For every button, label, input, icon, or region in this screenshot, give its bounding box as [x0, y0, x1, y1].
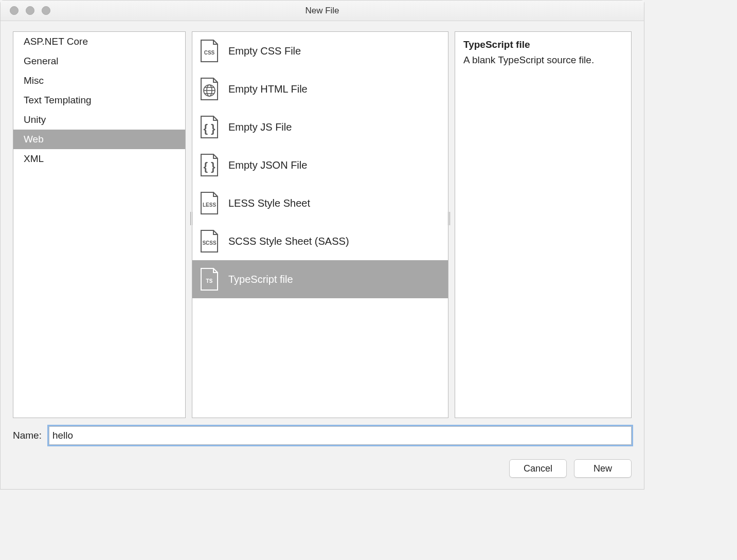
- cancel-button[interactable]: Cancel: [509, 459, 567, 478]
- template-item[interactable]: { }Empty JS File: [192, 108, 448, 146]
- svg-text:SCSS: SCSS: [202, 240, 217, 246]
- category-item[interactable]: XML: [13, 149, 185, 169]
- button-row: Cancel New: [13, 459, 632, 478]
- braces-file-icon: { }: [200, 115, 219, 139]
- css-file-icon: CSS: [200, 39, 219, 63]
- category-item[interactable]: General: [13, 51, 185, 71]
- ts-file-icon: TS: [200, 267, 219, 291]
- category-item[interactable]: Misc: [13, 71, 185, 91]
- html-file-icon: [200, 77, 219, 101]
- template-item[interactable]: CSSEmpty CSS File: [192, 32, 448, 70]
- svg-text:{ }: { }: [203, 122, 215, 135]
- template-item[interactable]: LESSLESS Style Sheet: [192, 184, 448, 222]
- category-list: ASP.NET CoreGeneralMiscText TemplatingUn…: [13, 31, 186, 418]
- template-list: CSSEmpty CSS FileEmpty HTML File{ }Empty…: [192, 31, 448, 418]
- template-item-label: Empty JSON File: [228, 159, 307, 171]
- template-item[interactable]: Empty HTML File: [192, 70, 448, 108]
- window-title: New File: [1, 6, 644, 16]
- category-item[interactable]: Web: [13, 130, 185, 149]
- name-label: Name:: [13, 430, 42, 441]
- details-description: A blank TypeScript source file.: [463, 55, 623, 66]
- new-button[interactable]: New: [574, 459, 632, 478]
- svg-text:TS: TS: [206, 278, 213, 284]
- scss-file-icon: SCSS: [200, 229, 219, 253]
- details-panel: TypeScript file A blank TypeScript sourc…: [455, 31, 632, 418]
- category-item[interactable]: Text Templating: [13, 91, 185, 110]
- template-item-label: LESS Style Sheet: [228, 197, 310, 209]
- svg-text:LESS: LESS: [203, 202, 216, 208]
- template-item-label: Empty CSS File: [228, 45, 301, 57]
- details-title: TypeScript file: [463, 39, 623, 50]
- template-item-label: Empty JS File: [228, 121, 292, 133]
- template-item-label: Empty HTML File: [228, 83, 308, 95]
- main-content: ASP.NET CoreGeneralMiscText TemplatingUn…: [1, 21, 644, 418]
- name-row: Name:: [13, 426, 632, 445]
- category-item[interactable]: ASP.NET Core: [13, 32, 185, 51]
- template-item-label: TypeScript file: [228, 274, 293, 285]
- new-file-dialog: New File ASP.NET CoreGeneralMiscText Tem…: [0, 0, 644, 490]
- name-input[interactable]: [49, 426, 632, 445]
- dialog-footer: Name: Cancel New: [1, 418, 644, 489]
- template-item[interactable]: TSTypeScript file: [192, 260, 448, 298]
- titlebar: New File: [1, 1, 644, 21]
- braces-file-icon: { }: [200, 153, 219, 177]
- less-file-icon: LESS: [200, 191, 219, 215]
- template-item[interactable]: { }Empty JSON File: [192, 146, 448, 184]
- svg-text:CSS: CSS: [204, 50, 215, 56]
- svg-text:{ }: { }: [203, 160, 215, 173]
- template-item-label: SCSS Style Sheet (SASS): [228, 236, 349, 247]
- category-item[interactable]: Unity: [13, 110, 185, 130]
- template-item[interactable]: SCSSSCSS Style Sheet (SASS): [192, 222, 448, 260]
